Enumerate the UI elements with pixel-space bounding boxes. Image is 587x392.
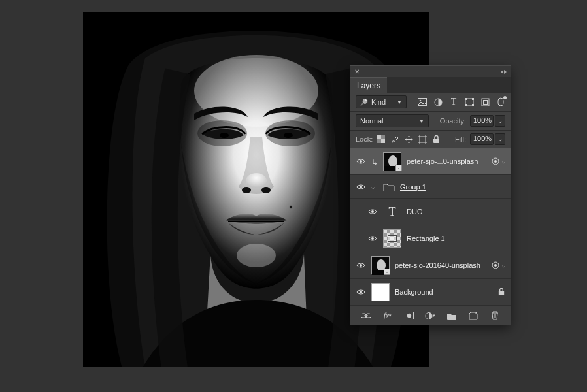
layer-thumbnail[interactable]: ▫ xyxy=(383,152,401,171)
clipping-mask-icon: ↳ xyxy=(371,158,378,167)
layers-panel: ✕ Layers Kind ▼ T Normal ▼ Opacity: 100% xyxy=(350,65,511,325)
lock-icons xyxy=(377,135,441,144)
layer-name[interactable]: Group 1 xyxy=(400,183,505,191)
layer-thumbnail[interactable]: ▫ xyxy=(371,256,390,274)
lock-icon xyxy=(497,288,505,296)
image-icon[interactable] xyxy=(418,97,427,106)
layer-thumbnail[interactable] xyxy=(383,229,401,248)
shape-icon[interactable] xyxy=(465,97,474,106)
svg-rect-17 xyxy=(465,104,467,106)
layer-row[interactable]: ▫ peter-sjo-201640-unsplash ⌵ xyxy=(350,252,511,279)
smart-filter-indicator-icon xyxy=(492,261,499,269)
delete-layer-icon[interactable] xyxy=(490,310,500,321)
svg-point-4 xyxy=(220,133,229,138)
layer-name[interactable]: peter-sjo-201640-unsplash xyxy=(395,261,486,269)
visibility-toggle[interactable] xyxy=(356,158,366,165)
visibility-toggle[interactable] xyxy=(356,184,366,190)
tab-layers[interactable]: Layers xyxy=(350,77,387,93)
smart-object-icon[interactable] xyxy=(480,97,490,106)
fill-stepper[interactable]: ⌵ xyxy=(495,133,505,145)
tab-label: Layers xyxy=(357,81,380,90)
new-layer-icon[interactable] xyxy=(468,310,478,321)
layer-row[interactable]: Rectangle 1 xyxy=(350,225,511,252)
svg-point-31 xyxy=(494,160,497,163)
visibility-toggle[interactable] xyxy=(367,208,378,215)
svg-point-34 xyxy=(371,237,374,240)
svg-rect-24 xyxy=(381,139,385,143)
filter-type-icons: T xyxy=(418,97,505,106)
link-layers-icon[interactable] xyxy=(361,310,371,321)
type-icon[interactable]: T xyxy=(449,97,458,106)
layer-list: ↳ ▫ peter-sjo-...0-unsplash ⌵ ⌵ Group 1 … xyxy=(350,148,511,306)
panel-tabs: Layers xyxy=(350,77,511,93)
svg-rect-19 xyxy=(482,99,489,106)
panel-menu-icon[interactable] xyxy=(499,82,507,88)
chevron-down-icon[interactable]: ⌵ xyxy=(371,184,378,190)
opacity-input[interactable]: 100% xyxy=(470,115,494,127)
opacity-stepper[interactable]: ⌵ xyxy=(495,115,505,127)
close-icon[interactable]: ✕ xyxy=(354,68,360,75)
search-icon xyxy=(360,98,368,106)
chevron-down-icon: ▼ xyxy=(419,118,424,124)
svg-point-5 xyxy=(284,133,293,138)
layer-row[interactable]: ⌵ Group 1 xyxy=(350,175,511,199)
svg-point-10 xyxy=(290,206,292,208)
visibility-toggle[interactable] xyxy=(367,235,378,242)
lock-row: Lock: Fill: 100% ⌵ xyxy=(350,131,511,148)
layer-name[interactable]: Rectangle 1 xyxy=(407,235,505,242)
layer-thumbnail[interactable] xyxy=(371,283,390,301)
chevron-down-icon[interactable]: ⌵ xyxy=(502,158,505,165)
smart-filter-indicator-icon xyxy=(492,157,499,165)
svg-rect-11 xyxy=(418,99,427,106)
svg-rect-41 xyxy=(499,291,504,295)
circle-half-icon[interactable] xyxy=(433,97,443,106)
new-group-icon[interactable] xyxy=(446,310,457,321)
svg-rect-26 xyxy=(433,139,439,143)
layer-name[interactable]: DUO xyxy=(407,208,505,216)
opacity-label: Opacity: xyxy=(440,117,466,125)
svg-rect-20 xyxy=(483,100,487,104)
artboard-icon[interactable] xyxy=(496,97,505,106)
visibility-toggle[interactable] xyxy=(356,262,366,269)
type-layer-icon: T xyxy=(383,203,401,221)
blend-mode-value: Normal xyxy=(360,117,383,125)
blend-mode-select[interactable]: Normal ▼ xyxy=(356,114,429,127)
svg-rect-16 xyxy=(472,98,474,100)
layer-row[interactable]: T DUO xyxy=(350,199,511,225)
folder-icon xyxy=(383,182,395,191)
shape-icon xyxy=(384,230,401,247)
svg-rect-25 xyxy=(420,137,426,142)
fill-input[interactable]: 100% xyxy=(470,133,494,145)
filter-kind-label: Kind xyxy=(371,98,386,106)
svg-point-39 xyxy=(494,264,497,267)
svg-rect-23 xyxy=(377,135,381,139)
artboard-lock-icon[interactable] xyxy=(418,135,427,144)
adjustment-layer-icon[interactable]: ▾ xyxy=(425,310,435,321)
lock-label: Lock: xyxy=(356,135,373,143)
svg-rect-15 xyxy=(465,98,467,100)
smart-object-badge: ▫ xyxy=(384,269,390,275)
filter-kind-select[interactable]: Kind ▼ xyxy=(356,95,407,108)
lock-position-icon[interactable] xyxy=(404,135,413,144)
layer-mask-icon[interactable] xyxy=(404,310,414,321)
layer-name[interactable]: Background xyxy=(395,288,492,296)
svg-point-1 xyxy=(194,55,318,127)
layer-row[interactable]: Background xyxy=(350,279,511,306)
svg-rect-21 xyxy=(498,98,503,106)
layer-row[interactable]: ↳ ▫ peter-sjo-...0-unsplash ⌵ xyxy=(350,148,511,175)
svg-point-40 xyxy=(360,291,362,293)
chevron-down-icon[interactable]: ⌵ xyxy=(502,262,505,269)
layer-style-icon[interactable]: fx▾ xyxy=(382,310,393,321)
svg-point-12 xyxy=(420,100,422,102)
layer-name[interactable]: peter-sjo-...0-unsplash xyxy=(407,157,486,165)
fill-label: Fill: xyxy=(455,135,466,143)
svg-point-9 xyxy=(237,244,276,267)
chevron-down-icon: ▼ xyxy=(397,99,402,105)
lock-all-icon[interactable] xyxy=(431,135,441,144)
visibility-toggle[interactable] xyxy=(356,289,366,295)
svg-point-7 xyxy=(261,187,271,193)
brush-icon[interactable] xyxy=(390,135,399,144)
panel-collapse-icon[interactable] xyxy=(501,70,507,74)
lock-transparency-icon[interactable] xyxy=(377,135,386,144)
svg-point-33 xyxy=(371,210,374,213)
